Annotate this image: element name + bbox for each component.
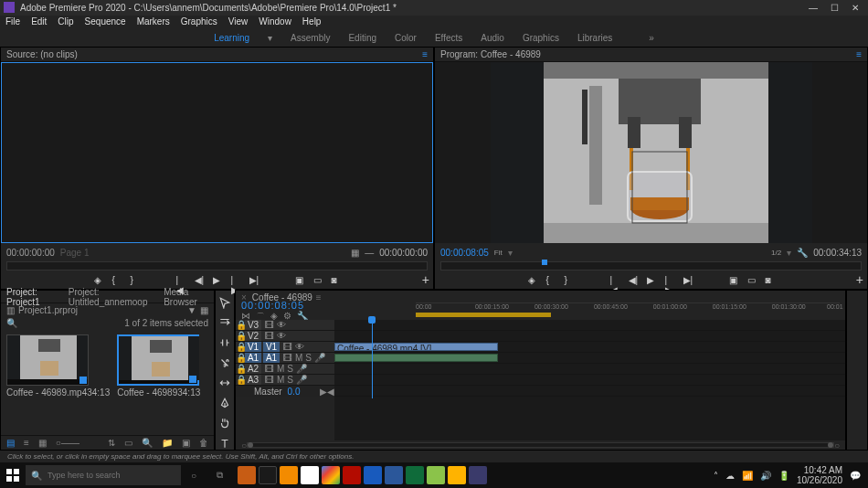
app-word-icon[interactable]: [385, 466, 403, 484]
zoom-fit[interactable]: Fit: [494, 249, 503, 257]
track-select-tool-icon[interactable]: [218, 316, 231, 329]
app-icon[interactable]: [238, 466, 256, 484]
panel-menu-icon[interactable]: ≡: [422, 49, 428, 59]
chevron-down-icon[interactable]: ▾: [787, 248, 791, 258]
workspace-audio[interactable]: Audio: [481, 33, 504, 43]
freeform-view-icon[interactable]: ▦: [38, 438, 47, 448]
export-frame-icon[interactable]: ◙: [766, 275, 775, 284]
icon-view-icon[interactable]: ≡: [24, 438, 29, 448]
source-viewer[interactable]: [1, 62, 433, 243]
extract-icon[interactable]: ▭: [747, 275, 757, 284]
app-icon[interactable]: [364, 466, 382, 484]
panel-menu-icon[interactable]: ≡: [856, 49, 862, 59]
clip-item[interactable]: Coffee - 46989 34:13: [117, 334, 200, 398]
find-icon[interactable]: 🔍: [142, 438, 153, 448]
source-v1[interactable]: V1: [245, 342, 261, 352]
out-point-icon[interactable]: }: [565, 275, 574, 284]
program-ruler[interactable]: [440, 261, 862, 271]
task-view-icon[interactable]: ⧉: [206, 462, 232, 488]
menu-window[interactable]: Window: [259, 16, 291, 27]
search-icon[interactable]: 🔍: [6, 318, 17, 328]
mode-toggle2-icon[interactable]: —: [365, 248, 374, 258]
audio-clip[interactable]: [334, 354, 498, 362]
search-input[interactable]: [48, 471, 175, 480]
go-to-in-icon[interactable]: |◀: [610, 275, 619, 284]
play-icon[interactable]: ▶: [213, 275, 222, 284]
chevron-down-icon[interactable]: ▾: [508, 248, 513, 258]
panel-menu-icon[interactable]: ≡: [316, 292, 322, 302]
tray-chevron-icon[interactable]: ˄: [714, 471, 718, 481]
track-v1[interactable]: V1: [263, 342, 280, 352]
track-row-a3[interactable]: [334, 375, 845, 386]
workspace-graphics[interactable]: Graphics: [523, 33, 559, 43]
zoom-slider[interactable]: ○——: [56, 438, 79, 448]
track-v2[interactable]: V2: [245, 331, 261, 341]
app-icon[interactable]: [448, 466, 466, 484]
auto-seq-icon[interactable]: ▭: [124, 438, 132, 448]
insert-icon[interactable]: ▣: [295, 275, 304, 284]
source-a1[interactable]: A1: [245, 353, 261, 363]
go-to-in-icon[interactable]: |◀: [176, 275, 185, 284]
export-frame-icon[interactable]: ◙: [332, 275, 341, 284]
cortana-icon[interactable]: ○: [181, 462, 206, 488]
program-current-time[interactable]: 00:00:08:05: [440, 248, 489, 258]
new-bin-icon[interactable]: 📁: [162, 438, 173, 448]
menu-clip[interactable]: Clip: [58, 16, 73, 27]
menu-view[interactable]: View: [228, 16, 249, 27]
play-icon[interactable]: ▶: [647, 275, 656, 284]
go-to-out-icon[interactable]: ▶|: [683, 275, 693, 284]
overflow-icon[interactable]: »: [649, 33, 654, 43]
timeline-zoom-scrollbar[interactable]: [247, 442, 834, 448]
lift-icon[interactable]: ▣: [729, 275, 738, 284]
menu-edit[interactable]: Edit: [31, 16, 47, 27]
track-row-v2[interactable]: [334, 331, 845, 342]
work-area-bar[interactable]: [416, 313, 551, 317]
close-button[interactable]: ✕: [852, 3, 859, 13]
overwrite-icon[interactable]: ▭: [313, 275, 323, 284]
tray-wifi-icon[interactable]: 📶: [742, 471, 753, 481]
sort-icon[interactable]: ⇅: [108, 438, 115, 448]
playhead-marker[interactable]: [542, 260, 547, 265]
hand-tool-icon[interactable]: [218, 417, 231, 430]
minimize-button[interactable]: —: [809, 3, 818, 13]
zoom-level[interactable]: 1/2: [771, 249, 781, 257]
workspace-learning[interactable]: Learning: [214, 33, 249, 43]
track-a2[interactable]: A2: [245, 364, 261, 374]
track-a1[interactable]: A1: [263, 353, 280, 363]
master-level[interactable]: 0.0: [288, 387, 301, 397]
app-illustrator-icon[interactable]: [280, 466, 298, 484]
slip-tool-icon[interactable]: [218, 377, 231, 389]
video-clip[interactable]: Coffee - 46989.mp4 [V]: [334, 343, 498, 351]
in-point-icon[interactable]: {: [112, 275, 122, 284]
app-icon[interactable]: [427, 466, 445, 484]
selection-tool-icon[interactable]: [218, 296, 231, 309]
workspace-libraries[interactable]: Libraries: [577, 33, 612, 43]
out-point-icon[interactable]: }: [131, 275, 140, 284]
tray-battery-icon[interactable]: 🔋: [778, 471, 789, 481]
app-icon[interactable]: [259, 466, 277, 484]
start-button[interactable]: [0, 462, 26, 488]
workspace-assembly[interactable]: Assembly: [291, 33, 330, 43]
go-to-out-icon[interactable]: ▶|: [249, 275, 259, 284]
app-acrobat-icon[interactable]: [343, 466, 361, 484]
menu-file[interactable]: File: [5, 16, 20, 27]
menu-graphics[interactable]: Graphics: [181, 16, 217, 27]
menu-sequence[interactable]: Sequence: [85, 16, 126, 27]
workspace-effects[interactable]: Effects: [435, 33, 462, 43]
tray-volume-icon[interactable]: 🔊: [760, 471, 771, 481]
app-icon[interactable]: [406, 466, 424, 484]
app-premiere-icon[interactable]: [469, 466, 487, 484]
workspace-color[interactable]: Color: [395, 33, 417, 43]
track-row-v1[interactable]: Coffee - 46989.mp4 [V]: [334, 342, 845, 353]
chevron-down-icon[interactable]: ▾: [268, 33, 272, 43]
list-view-icon[interactable]: ▤: [6, 438, 15, 448]
step-back-icon[interactable]: ◀|: [629, 275, 638, 284]
track-row-master[interactable]: [334, 386, 845, 397]
track-row-a1[interactable]: [334, 353, 845, 364]
filter-icon[interactable]: ▼: [187, 305, 196, 315]
track-v3[interactable]: V3: [245, 320, 261, 330]
ripple-edit-tool-icon[interactable]: [218, 336, 231, 349]
view-toggle-icon[interactable]: ▦: [200, 305, 208, 315]
razor-tool-icon[interactable]: [218, 356, 231, 369]
wrench-icon[interactable]: 🔧: [797, 248, 808, 258]
